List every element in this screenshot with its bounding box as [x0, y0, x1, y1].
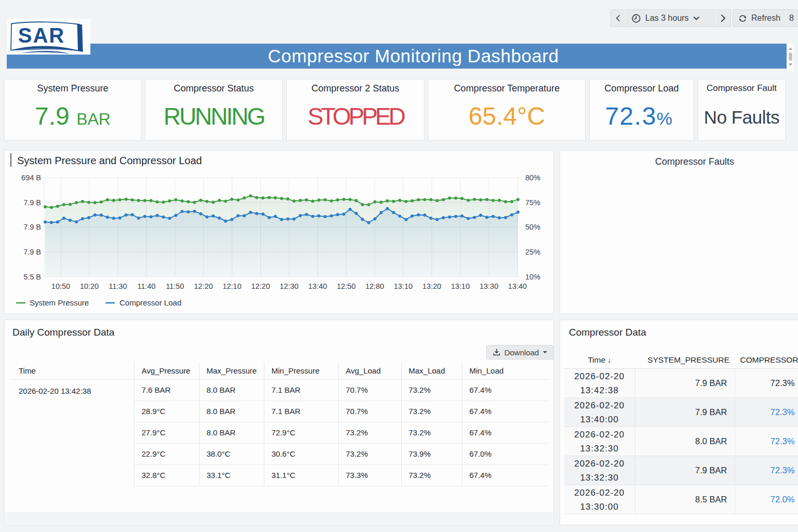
svg-text:13:30: 13:30 [480, 282, 498, 290]
svg-text:10:50: 10:50 [51, 282, 70, 290]
svg-text:Compressor Load: Compressor Load [119, 298, 181, 307]
svg-text:SAR: SAR [18, 24, 65, 47]
svg-text:12:10: 12:10 [222, 282, 241, 290]
svg-text:7.9 B: 7.9 B [23, 248, 41, 256]
svg-text:13:40: 13:40 [308, 282, 327, 290]
svg-text:694 B: 694 B [21, 174, 41, 182]
svg-text:11:30: 11:30 [109, 282, 127, 290]
svg-text:12:20: 12:20 [251, 282, 270, 290]
svg-text:11:50: 11:50 [166, 282, 184, 290]
svg-text:13:40: 13:40 [508, 282, 527, 290]
svg-text:13:20: 13:20 [422, 282, 441, 290]
svg-text:12:50: 12:50 [337, 282, 355, 290]
svg-text:13:10: 13:10 [451, 282, 470, 290]
svg-text:25%: 25% [525, 248, 540, 256]
svg-text:13:10: 13:10 [394, 282, 413, 290]
svg-text:75%: 75% [525, 198, 540, 207]
svg-text:12:20: 12:20 [194, 282, 213, 290]
svg-text:System Pressure: System Pressure [30, 298, 89, 307]
svg-text:10%: 10% [525, 273, 540, 281]
svg-text:7.9 B: 7.9 B [23, 223, 41, 231]
svg-text:12:80: 12:80 [365, 282, 384, 290]
svg-text:10:20: 10:20 [80, 282, 99, 290]
svg-text:80%: 80% [525, 174, 540, 182]
svg-text:11:40: 11:40 [137, 282, 155, 290]
svg-text:5.5 B: 5.5 B [23, 273, 41, 281]
svg-text:7.9 B: 7.9 B [23, 198, 41, 207]
svg-text:12:30: 12:30 [280, 282, 298, 290]
svg-text:50%: 50% [525, 223, 540, 231]
